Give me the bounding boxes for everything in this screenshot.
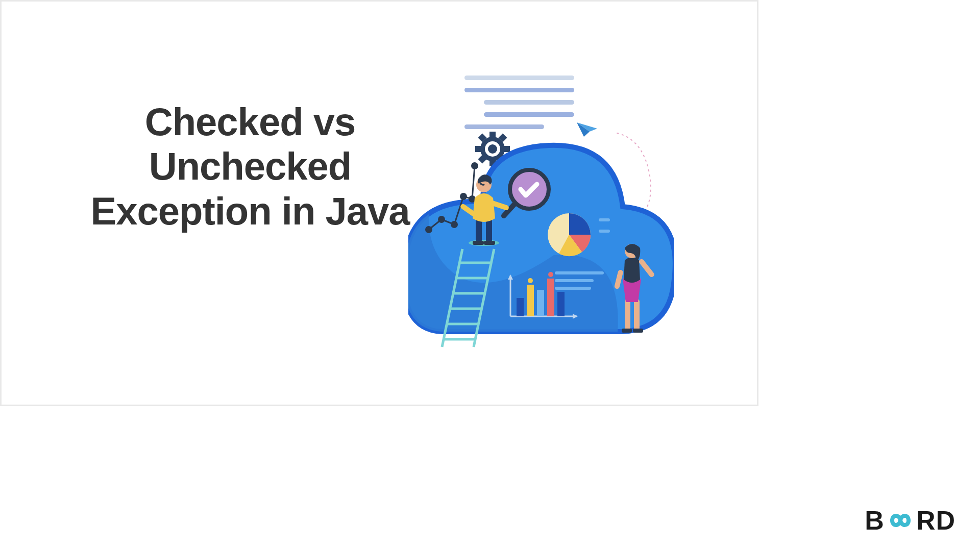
hero-illustration xyxy=(408,71,674,362)
svg-rect-35 xyxy=(547,279,554,316)
svg-point-37 xyxy=(528,278,533,283)
svg-rect-34 xyxy=(537,290,544,316)
svg-point-39 xyxy=(425,226,432,233)
logo-letters-rd: RD xyxy=(916,505,955,536)
svg-rect-28 xyxy=(599,218,610,221)
svg-point-42 xyxy=(460,193,467,200)
svg-rect-36 xyxy=(557,292,565,316)
svg-rect-33 xyxy=(527,285,534,316)
svg-rect-58 xyxy=(473,241,484,245)
heading-line-2: Unchecked xyxy=(54,144,447,188)
svg-point-12 xyxy=(488,144,497,154)
svg-point-41 xyxy=(451,221,458,228)
svg-rect-66 xyxy=(633,329,643,333)
svg-rect-59 xyxy=(484,241,495,245)
paper-plane-icon xyxy=(577,122,597,137)
svg-point-44 xyxy=(471,162,478,169)
svg-rect-65 xyxy=(622,329,632,333)
heading-line-3: Exception in Java xyxy=(54,189,447,233)
svg-point-40 xyxy=(438,216,445,223)
board-logo: B RD xyxy=(865,505,955,536)
svg-rect-29 xyxy=(599,230,610,233)
svg-point-38 xyxy=(548,272,553,277)
svg-rect-64 xyxy=(634,299,640,331)
svg-rect-63 xyxy=(625,299,630,331)
infinity-icon xyxy=(884,511,917,530)
heading-line-1: Checked vs xyxy=(54,99,447,144)
heading-block: Checked vs Unchecked Exception in Java xyxy=(54,99,447,233)
svg-rect-32 xyxy=(517,298,524,316)
